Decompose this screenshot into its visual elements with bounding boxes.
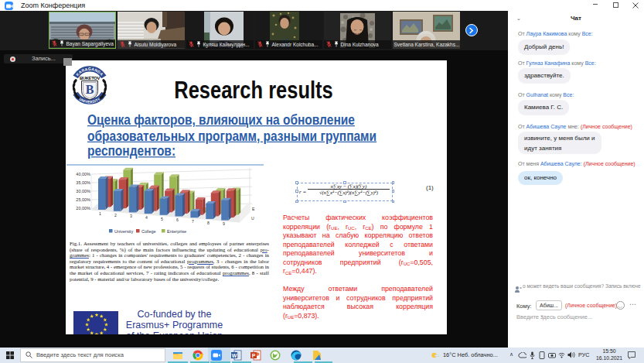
svg-text:6: 6	[176, 217, 179, 222]
svg-text:25,00%: 25,00%	[76, 197, 90, 202]
svg-text:20,00%: 20,00%	[76, 206, 90, 211]
svg-text:8: 8	[207, 221, 210, 225]
svg-text:U: U	[251, 216, 254, 221]
svg-text:4: 4	[145, 215, 148, 220]
svg-text:P: P	[252, 353, 256, 358]
svg-text:College: College	[141, 229, 156, 234]
svg-text:Enterprise: Enterprise	[167, 229, 186, 234]
svg-text:30,00%: 30,00%	[76, 189, 90, 193]
svg-text:7: 7	[192, 219, 194, 224]
svg-text:2: 2	[114, 213, 117, 217]
svg-text:University: University	[114, 229, 133, 234]
svg-text:3: 3	[130, 214, 132, 218]
svg-text:35,00%: 35,00%	[76, 180, 90, 185]
svg-text:1: 1	[99, 211, 101, 216]
svg-text:5: 5	[161, 217, 163, 221]
svg-text:40,00%: 40,00%	[76, 172, 90, 176]
svg-text:W: W	[232, 353, 237, 358]
svg-text:E: E	[252, 207, 255, 211]
svg-text:9: 9	[223, 221, 225, 226]
